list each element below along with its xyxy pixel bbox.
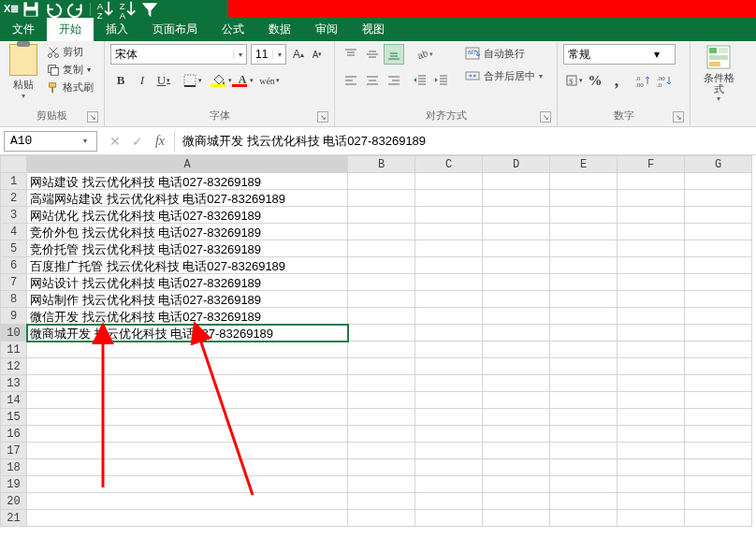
alignment-dialog-launcher[interactable]: ↘ (540, 111, 551, 123)
row-header-11[interactable]: 11 (1, 342, 27, 358)
column-header-C[interactable]: C (415, 156, 483, 173)
decrease-indent-button[interactable] (410, 70, 430, 91)
row-header-5[interactable]: 5 (1, 240, 27, 257)
cell-A18[interactable] (27, 459, 348, 476)
cell-C15[interactable] (415, 409, 483, 426)
align-left-button[interactable] (341, 70, 361, 91)
cell-F12[interactable] (618, 358, 685, 375)
column-header-D[interactable]: D (483, 156, 550, 173)
redo-button[interactable] (65, 2, 86, 17)
cell-D1[interactable] (483, 173, 550, 190)
row-header-21[interactable]: 21 (1, 510, 27, 527)
filter-button[interactable] (139, 2, 160, 17)
cell-G19[interactable] (685, 476, 752, 493)
cell-E20[interactable] (550, 493, 618, 510)
cell-E7[interactable] (550, 274, 618, 291)
cell-A6[interactable]: 百度推广托管 找云优化科技 电话027-83269189 (27, 257, 348, 274)
cell-E11[interactable] (550, 342, 618, 358)
cell-F11[interactable] (618, 342, 685, 358)
paste-dropdown[interactable]: ▾ (6, 92, 41, 100)
cell-G20[interactable] (685, 493, 752, 510)
cell-C9[interactable] (415, 308, 483, 325)
cell-D17[interactable] (483, 443, 550, 459)
comma-style-button[interactable]: , (606, 70, 627, 91)
cell-D15[interactable] (483, 409, 550, 426)
cell-B18[interactable] (348, 459, 415, 476)
italic-button[interactable]: I (132, 70, 153, 91)
cell-B4[interactable] (348, 224, 415, 240)
cell-G8[interactable] (685, 291, 752, 308)
row-header-2[interactable]: 2 (1, 190, 27, 207)
cell-E15[interactable] (550, 409, 618, 426)
cell-B21[interactable] (348, 510, 415, 527)
tab-view[interactable]: 视图 (350, 18, 397, 41)
cell-A14[interactable] (27, 392, 348, 409)
row-header-8[interactable]: 8 (1, 291, 27, 308)
row-header-13[interactable]: 13 (1, 375, 27, 392)
column-header-A[interactable]: A (27, 156, 348, 173)
cancel-formula-button[interactable]: ✕ (105, 132, 125, 151)
merge-center-button[interactable]: 合并后居中 ▾ (463, 66, 545, 85)
cut-button[interactable]: 剪切 (45, 44, 95, 60)
cell-F18[interactable] (618, 459, 685, 476)
cell-D21[interactable] (483, 510, 550, 527)
cell-G16[interactable] (685, 426, 752, 443)
font-size-input[interactable] (252, 48, 272, 61)
cell-E21[interactable] (550, 510, 618, 527)
cell-D13[interactable] (483, 375, 550, 392)
column-header-B[interactable]: B (348, 156, 415, 173)
fx-button[interactable]: fx (150, 132, 170, 151)
accounting-format-button[interactable]: $▾ (563, 70, 584, 91)
save-button[interactable] (21, 2, 41, 17)
cell-G10[interactable] (685, 325, 752, 342)
cell-D7[interactable] (483, 274, 550, 291)
cell-B14[interactable] (348, 392, 415, 409)
cell-F15[interactable] (618, 409, 685, 426)
cell-B2[interactable] (348, 190, 415, 207)
cell-E10[interactable] (550, 325, 618, 342)
font-name-dropdown[interactable]: ▾ (233, 51, 246, 59)
cell-F1[interactable] (618, 173, 685, 190)
cell-E19[interactable] (550, 476, 618, 493)
cell-D6[interactable] (483, 257, 550, 274)
cell-B3[interactable] (348, 207, 415, 224)
cell-C13[interactable] (415, 375, 483, 392)
cell-A5[interactable]: 竞价托管 找云优化科技 电话027-83269189 (27, 240, 348, 257)
font-name-input[interactable] (111, 48, 233, 61)
row-header-3[interactable]: 3 (1, 207, 27, 224)
row-header-7[interactable]: 7 (1, 274, 27, 291)
decrease-decimal-button[interactable]: .00.0 (654, 70, 675, 91)
row-header-15[interactable]: 15 (1, 409, 27, 426)
cell-B15[interactable] (348, 409, 415, 426)
row-header-9[interactable]: 9 (1, 308, 27, 325)
number-format-input[interactable] (564, 48, 654, 61)
cell-G17[interactable] (685, 443, 752, 459)
decrease-font-button[interactable]: A▾ (309, 45, 326, 64)
cell-G2[interactable] (685, 190, 752, 207)
cell-G15[interactable] (685, 409, 752, 426)
cell-B9[interactable] (348, 308, 415, 325)
cell-D16[interactable] (483, 426, 550, 443)
bold-button[interactable]: B (110, 70, 131, 91)
sort-desc-button[interactable]: ZA (117, 2, 138, 17)
font-name-combo[interactable]: ▾ (110, 44, 247, 65)
cell-F21[interactable] (618, 510, 685, 527)
cell-C5[interactable] (415, 240, 483, 257)
clipboard-dialog-launcher[interactable]: ↘ (87, 111, 98, 123)
cell-C4[interactable] (415, 224, 483, 240)
cell-A11[interactable] (27, 342, 348, 358)
row-header-10[interactable]: 10 (1, 325, 27, 342)
cell-A19[interactable] (27, 476, 348, 493)
align-middle-button[interactable] (362, 44, 383, 65)
cell-E14[interactable] (550, 392, 618, 409)
cell-A21[interactable] (27, 510, 348, 527)
cell-A15[interactable] (27, 409, 348, 426)
cell-E18[interactable] (550, 459, 618, 476)
row-header-19[interactable]: 19 (1, 476, 27, 493)
phonetic-button[interactable]: wén▾ (259, 70, 280, 91)
cell-A1[interactable]: 网站建设 找云优化科技 电话027-83269189 (27, 173, 348, 190)
cell-A17[interactable] (27, 443, 348, 459)
cell-C19[interactable] (415, 476, 483, 493)
cell-B11[interactable] (348, 342, 415, 358)
tab-insert[interactable]: 插入 (94, 18, 140, 41)
